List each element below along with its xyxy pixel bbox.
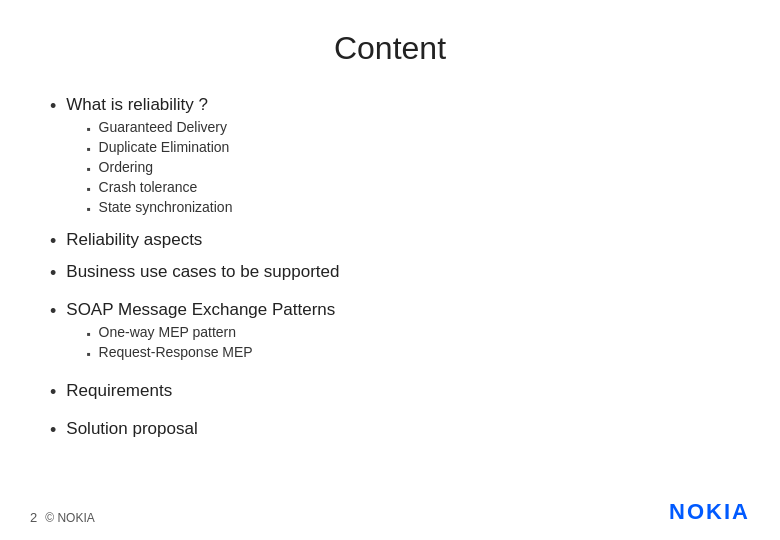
sub-bullet-1-1: ▪ xyxy=(86,122,90,136)
sub-list-1: ▪ Guaranteed Delivery ▪ Duplicate Elimin… xyxy=(86,119,232,216)
sub-bullet-1-4: ▪ xyxy=(86,182,90,196)
slide-title: Content xyxy=(50,30,730,67)
sub-item-1-3: ▪ Ordering xyxy=(86,159,232,176)
bullet-item-1: • What is reliability ? ▪ Guaranteed Del… xyxy=(50,95,730,220)
sub-item-1-4: ▪ Crash tolerance xyxy=(86,179,232,196)
sub-text-1-5: State synchronization xyxy=(99,199,233,215)
sub-text-1-3: Ordering xyxy=(99,159,153,175)
bullet-dot-5: • xyxy=(50,382,56,403)
footer: 2 © NOKIA xyxy=(30,510,95,525)
slide: Content • What is reliability ? ▪ Guaran… xyxy=(0,0,780,540)
bullet-label-3: Business use cases to be supported xyxy=(66,262,339,282)
page-number: 2 xyxy=(30,510,37,525)
bullet-dot-4: • xyxy=(50,301,56,322)
bullet-dot-3: • xyxy=(50,263,56,284)
bullet-label-1: What is reliability ? xyxy=(66,95,208,114)
sub-bullet-4-2: ▪ xyxy=(86,347,90,361)
sub-bullet-1-5: ▪ xyxy=(86,202,90,216)
sub-text-4-1: One-way MEP pattern xyxy=(99,324,236,340)
sub-text-4-2: Request-Response MEP xyxy=(99,344,253,360)
sub-bullet-4-1: ▪ xyxy=(86,327,90,341)
sub-bullet-1-3: ▪ xyxy=(86,162,90,176)
bullet-dot-6: • xyxy=(50,420,56,441)
sub-list-4: ▪ One-way MEP pattern ▪ Request-Response… xyxy=(86,324,335,361)
sub-item-4-2: ▪ Request-Response MEP xyxy=(86,344,335,361)
bullet-label-5: Requirements xyxy=(66,381,172,401)
sub-text-1-2: Duplicate Elimination xyxy=(99,139,230,155)
bullet-dot-1: • xyxy=(50,96,56,117)
sub-text-1-1: Guaranteed Delivery xyxy=(99,119,227,135)
sub-item-4-1: ▪ One-way MEP pattern xyxy=(86,324,335,341)
sub-text-1-4: Crash tolerance xyxy=(99,179,198,195)
bullet-item-4: • SOAP Message Exchange Patterns ▪ One-w… xyxy=(50,300,730,365)
bullet-item-6: • Solution proposal xyxy=(50,419,730,441)
sub-item-1-2: ▪ Duplicate Elimination xyxy=(86,139,232,156)
bullet-label-4: SOAP Message Exchange Patterns xyxy=(66,300,335,319)
copyright: © NOKIA xyxy=(45,511,95,525)
nokia-logo: NOKIA xyxy=(669,499,750,525)
bullet-item-5: • Requirements xyxy=(50,381,730,403)
bullet-item-2: • Reliability aspects xyxy=(50,230,730,252)
nokia-logo-text: NOKIA xyxy=(669,499,750,524)
sub-item-1-1: ▪ Guaranteed Delivery xyxy=(86,119,232,136)
bullet-label-6: Solution proposal xyxy=(66,419,197,439)
sub-bullet-1-2: ▪ xyxy=(86,142,90,156)
bullet-dot-2: • xyxy=(50,231,56,252)
bullet-label-2: Reliability aspects xyxy=(66,230,202,250)
sub-item-1-5: ▪ State synchronization xyxy=(86,199,232,216)
bullet-item-3: • Business use cases to be supported xyxy=(50,262,730,284)
